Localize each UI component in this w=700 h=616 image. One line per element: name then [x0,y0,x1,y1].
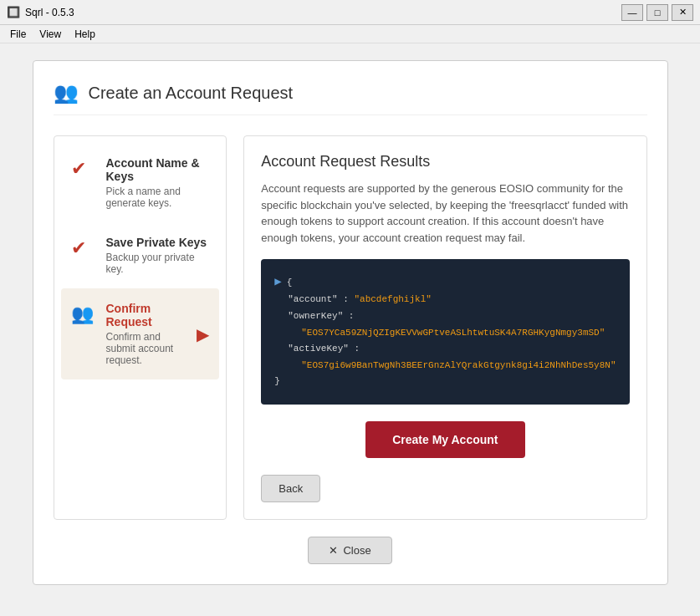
results-description: Account requests are supported by the ge… [261,181,629,246]
dialog-header-icon: 👥 [54,81,79,104]
step1-desc: Pick a name and generate keys. [106,186,210,209]
close-label: Close [343,544,370,557]
results-buttons: Create My Account Back [261,421,629,502]
step2-desc: Backup your private key. [106,252,210,275]
code-line-2: "account" : "abcdefghijkl" [274,293,616,308]
step3-text: Confirm Request Confirm and submit accou… [106,302,186,366]
menu-help[interactable]: Help [68,27,102,42]
maximize-button[interactable]: □ [646,4,668,21]
results-title: Account Request Results [261,153,629,171]
window-controls: — □ ✕ [621,4,693,21]
code-line-3: "ownerKey" : [274,309,616,324]
active-arrow-icon: ▶ [197,324,209,344]
menu-file[interactable]: File [3,27,33,42]
back-button[interactable]: Back [261,475,320,502]
step2-title: Save Private Keys [106,236,210,249]
minimize-button[interactable]: — [621,4,643,21]
code-block: ▶{ "account" : "abcdefghijkl" "ownerKey"… [261,259,629,405]
code-line-6: "EOS7gi6w9BanTwgNh3BEErGnzAlYQrakGtgynk8… [274,359,616,374]
close-button[interactable]: ✕ Close [308,537,391,564]
code-line-7: } [274,374,616,389]
step-account-name: ✔ Account Name & Keys Pick a name and ge… [61,143,220,222]
step-save-keys: ✔ Save Private Keys Backup your private … [61,222,220,288]
results-column: Account Request Results Account requests… [243,135,646,520]
step1-text: Account Name & Keys Pick a name and gene… [106,156,210,209]
main-area: 👥 Create an Account Request ✔ Account Na… [0,43,700,616]
step3-title: Confirm Request [106,302,186,328]
window-close-button[interactable]: ✕ [672,4,693,21]
menu-bar: File View Help [0,25,700,43]
code-line-4: "EOS7YCa59ZNjQZIgKEVVwGPtveASLhtwtuSK4A7… [274,326,616,341]
title-bar: 🔲 Sqrl - 0.5.3 — □ ✕ [0,0,700,25]
step-confirm-request: 👥 Confirm Request Confirm and submit acc… [61,288,220,379]
window-title: Sqrl - 0.5.3 [25,7,621,18]
step3-desc: Confirm and submit account request. [106,331,186,366]
dialog-card: 👥 Create an Account Request ✔ Account Na… [33,60,668,585]
step1-title: Account Name & Keys [106,156,210,183]
dialog-title: Create an Account Request [89,84,294,103]
create-my-account-button[interactable]: Create My Account [365,421,524,458]
close-x-icon: ✕ [329,544,338,557]
menu-view[interactable]: View [33,27,68,42]
steps-column: ✔ Account Name & Keys Pick a name and ge… [54,135,227,520]
code-line-1: ▶{ [274,272,616,291]
step1-check-icon: ✔ [71,158,95,180]
app-icon: 🔲 [7,6,20,19]
code-line-5: "activeKey" : [274,342,616,357]
step2-check-icon: ✔ [71,237,95,259]
dialog-footer: ✕ Close [54,537,647,564]
content-columns: ✔ Account Name & Keys Pick a name and ge… [54,135,647,520]
step3-people-icon: 👥 [71,303,95,325]
dialog-header: 👥 Create an Account Request [54,81,647,115]
step2-text: Save Private Keys Backup your private ke… [106,236,210,275]
